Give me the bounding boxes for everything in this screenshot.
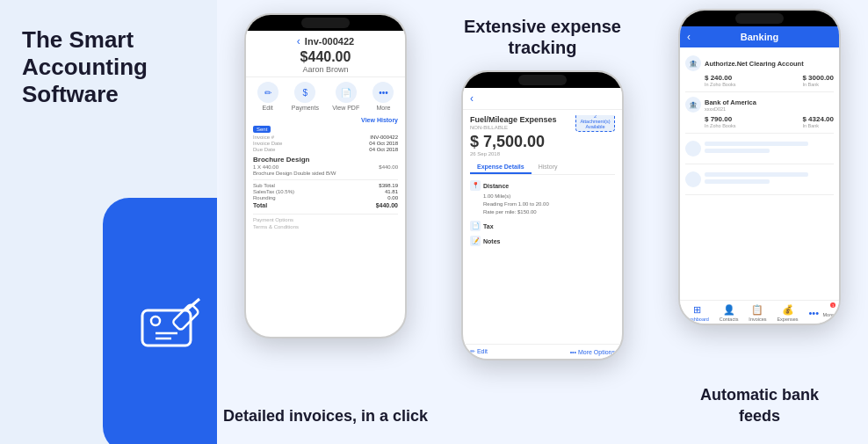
expenses-icon: 💰 (782, 304, 794, 316)
back-icon[interactable]: ‹ (297, 35, 300, 47)
footer-more[interactable]: ••• More 1 (808, 304, 834, 322)
invoice-amount: $440.00 (255, 49, 396, 65)
authorize-name: Authorize.Net Clearing Account (705, 60, 804, 68)
banking-footer-nav: ⊞ Dashboard 👤 Contacts 📋 Invoices 💰 Expe… (680, 300, 839, 324)
invoice-panel: ‹ Inv-000422 $440.00 Aaron Brown ✏ Edit … (217, 0, 434, 444)
hero-title: The Smart Accounting Software (22, 26, 195, 109)
distance-icon: 📍 (470, 180, 481, 191)
expense-date: 26 Sep 2018 (470, 151, 615, 156)
banking-header: ‹ Banking (680, 26, 839, 47)
tax-section: 📄 Tax (470, 221, 615, 231)
footer-contacts[interactable]: 👤 Contacts (720, 304, 739, 322)
more-icon: ••• (373, 82, 394, 103)
boa-name: Bank of America (705, 98, 756, 106)
expense-edit-link[interactable]: ✏ Edit (470, 348, 488, 355)
notes-icon: 📝 (470, 236, 481, 246)
expense-body: 2 Attachment(s)Available Fuel/Mileage Ex… (463, 110, 622, 256)
authorize-icon: 🏦 (685, 55, 701, 71)
invoice-customer: Aaron Brown (255, 65, 396, 74)
invoice-body: View History Sent Invoice # INV-000422 I… (246, 113, 405, 235)
more-action[interactable]: ••• More (373, 82, 394, 111)
distance-title: Distance (483, 183, 509, 189)
boa-icon: 🏦 (685, 97, 701, 113)
attachment-badge: 2 Attachment(s)Available (575, 115, 615, 132)
expense-back-icon[interactable]: ‹ (470, 92, 474, 105)
sent-badge: Sent (253, 126, 271, 133)
more-options-link[interactable]: ••• More Options (570, 349, 615, 355)
hero-phone-mockup (103, 198, 217, 444)
dashboard-icon: ⊞ (693, 304, 701, 316)
more-dots-icon: ••• (808, 308, 819, 318)
notes-title: Notes (483, 238, 500, 244)
edit-icon: ✏ (257, 82, 278, 103)
svg-point-1 (151, 317, 160, 325)
distance-section: 📍 Distance 1.00 Mile(s) Reading From 1.0… (470, 180, 615, 216)
notes-section: 📝 Notes (470, 236, 615, 246)
expense-details-tab[interactable]: Expense Details (470, 161, 532, 174)
footer-dashboard[interactable]: ⊞ Dashboard (685, 304, 709, 322)
invoice-tagline: Detailed invoices, in a click (223, 406, 428, 426)
skeleton-lines (705, 142, 834, 156)
footer-expenses[interactable]: 💰 Expenses (777, 304, 798, 322)
distance-content: 1.00 Mile(s) Reading From 1.00 to 20.00 … (470, 193, 615, 216)
invoice-phone-header: ‹ Inv-000422 $440.00 Aaron Brown (246, 31, 405, 77)
expense-panel: Extensive expensetracking ‹ 2 Attachment… (434, 0, 651, 444)
skeleton-lines-2 (705, 172, 834, 186)
view-history-link[interactable]: View History (253, 117, 398, 123)
banking-title: Banking (741, 32, 778, 42)
expense-tabs: Expense Details History (470, 161, 615, 175)
banking-tagline: Automatic bankfeeds (700, 385, 819, 426)
pdf-icon: 📄 (336, 82, 357, 103)
invoice-summary: Sub Total $398.19 SalesTax (10.5%) 41.81… (253, 179, 398, 208)
invoice-footer: Payment Options Terms & Conditions (253, 214, 398, 229)
expense-phone: ‹ 2 Attachment(s)Available Fuel/Mileage … (461, 70, 624, 360)
tax-title: Tax (483, 223, 494, 229)
skeleton-icon-2 (685, 171, 701, 187)
edit-action[interactable]: ✏ Edit (257, 82, 278, 111)
view-pdf-action[interactable]: 📄 View PDF (332, 82, 359, 111)
banking-back-icon[interactable]: ‹ (687, 31, 691, 43)
bank-skeleton-2 (685, 164, 834, 195)
alert-badge: 1 (830, 302, 835, 308)
history-tab[interactable]: History (532, 161, 565, 174)
footer-invoices[interactable]: 📋 Invoices (749, 304, 766, 322)
bank-item-authorize: 🏦 Authorize.Net Clearing Account $ 240.0… (685, 51, 834, 92)
authorize-values: $ 240.00 In Zoho Books $ 3000.00 In Bank (685, 74, 834, 87)
banking-body: 🏦 Authorize.Net Clearing Account $ 240.0… (680, 47, 839, 199)
boa-values: $ 790.00 In Zoho Books $ 4324.00 In Bank (685, 115, 834, 128)
skeleton-icon (685, 141, 701, 156)
payments-icon: $ (294, 82, 315, 103)
bank-item-boa: 🏦 Bank of America xxxxD021 $ 790.00 In Z… (685, 92, 834, 134)
invoices-icon: 📋 (751, 304, 763, 316)
banking-panel: ‹ Banking 🏦 Authorize.Net Clearing Accou… (651, 0, 868, 444)
tax-icon: 📄 (470, 221, 481, 231)
expense-tagline: Extensive expensetracking (434, 16, 651, 58)
banking-phone: ‹ Banking 🏦 Authorize.Net Clearing Accou… (678, 9, 841, 325)
invoice-phone: ‹ Inv-000422 $440.00 Aaron Brown ✏ Edit … (244, 13, 407, 338)
contacts-icon: 👤 (723, 304, 735, 316)
product-name: Brochure Design (253, 156, 398, 164)
product-desc: Brochure Design Double sided B/W (253, 171, 398, 176)
invoice-number: Inv-000422 (305, 36, 354, 47)
expense-amount: $ 7,500.00 (470, 133, 615, 151)
expense-phone-header: ‹ (463, 88, 622, 110)
expense-phone-footer: ✏ Edit ••• More Options (463, 344, 622, 359)
svg-rect-3 (172, 303, 199, 331)
invoice-actions: ✏ Edit $ Payments 📄 View PDF ••• More (246, 77, 405, 113)
hero-panel: The Smart Accounting Software (0, 0, 217, 444)
bank-skeleton-1 (685, 134, 834, 164)
payments-action[interactable]: $ Payments (292, 82, 319, 111)
